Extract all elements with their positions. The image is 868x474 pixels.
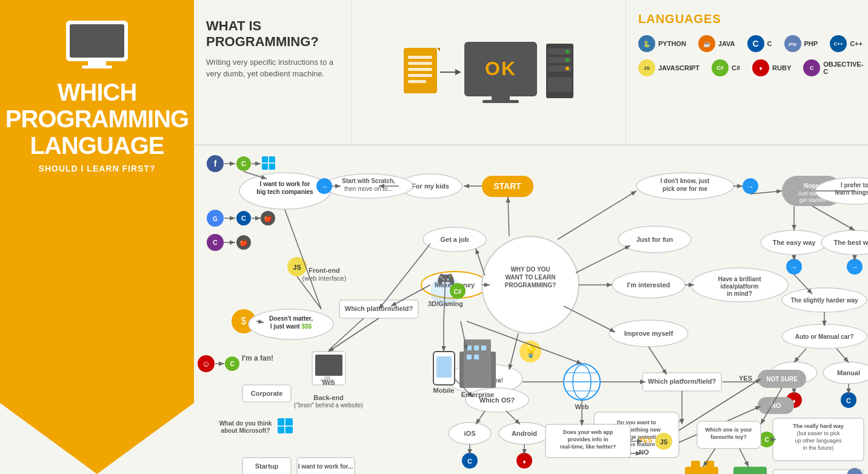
svg-text:→: → — [851, 263, 858, 272]
banner-subtitle: SHOULD I LEARN FIRST? — [39, 164, 156, 173]
svg-text:Which one is your: Which one is your — [705, 427, 752, 433]
svg-text:💡: 💡 — [523, 344, 538, 358]
lang-ruby: ♦ RUBY — [752, 59, 791, 76]
flowchart-area: f C I want to work for big tech companie… — [194, 145, 868, 474]
lang-python: 🐍 PYTHON — [638, 35, 686, 52]
svg-text:Have a brilliant: Have a brilliant — [718, 276, 761, 282]
svg-text:Start with Scratch,: Start with Scratch, — [342, 178, 395, 184]
svg-text:in the future): in the future) — [803, 445, 834, 451]
svg-text:🍎: 🍎 — [239, 238, 248, 247]
ruby-icon: ♦ — [752, 59, 769, 76]
svg-text:favourite toy?: favourite toy? — [710, 434, 747, 440]
svg-text:G: G — [213, 216, 218, 222]
lang-cpp: C++ C++ — [830, 35, 863, 52]
svg-text:→: → — [747, 182, 754, 191]
svg-text:provides info in: provides info in — [567, 436, 608, 442]
svg-text:iOS: iOS — [464, 430, 476, 437]
svg-text:Enterprise: Enterprise — [461, 391, 494, 398]
svg-text:I don't know, just: I don't know, just — [661, 178, 710, 184]
svg-text:The easy way: The easy way — [773, 239, 816, 246]
lang-js: JS JAVASCRIPT — [638, 59, 699, 76]
svg-text:JS: JS — [660, 439, 668, 446]
monitor-icon — [61, 18, 133, 73]
svg-text:Auto or Manual car?: Auto or Manual car? — [795, 333, 854, 340]
svg-text:Get a job: Get a job — [440, 236, 469, 243]
svg-text:in mind?: in mind? — [727, 290, 752, 297]
svg-text:pick one for me: pick one for me — [663, 185, 707, 192]
svg-text:→: → — [321, 182, 328, 191]
svg-text:♦: ♦ — [522, 458, 526, 465]
svg-text:C: C — [241, 215, 246, 222]
svg-text:NO: NO — [771, 402, 781, 409]
svg-text:Improve myself: Improve myself — [624, 330, 673, 337]
svg-text:→: → — [790, 263, 798, 272]
svg-rect-7 — [408, 68, 432, 71]
svg-rect-20 — [548, 77, 572, 92]
lang-row-1: 🐍 PYTHON ☕ JAVA C C php PHP — [638, 35, 856, 52]
center-visual: OK — [352, 0, 626, 144]
cpp-icon: C++ — [830, 35, 847, 52]
svg-rect-272 — [467, 355, 472, 359]
ok-monitor: OK — [464, 42, 537, 103]
flowchart-svg: f C I want to work for big tech companie… — [194, 145, 868, 474]
svg-text:3D/Gaming: 3D/Gaming — [428, 300, 463, 307]
svg-rect-5 — [408, 56, 432, 59]
svg-rect-271 — [481, 345, 486, 350]
svg-text:Front-end: Front-end — [309, 267, 339, 274]
main-container: WHICH PROGRAMMING LANGUAGE SHOULD I LEAR… — [0, 0, 868, 474]
svg-text:("brain" behind a website): ("brain" behind a website) — [294, 402, 363, 409]
svg-text:🍎: 🍎 — [264, 214, 272, 222]
svg-text:Mobile: Mobile — [433, 387, 455, 394]
right-content: WHAT IS PROGRAMMING? Writing very specif… — [194, 0, 868, 474]
svg-marker-12 — [455, 69, 461, 75]
languages-panel: LANGUAGES 🐍 PYTHON ☕ JAVA C C — [626, 0, 868, 144]
svg-rect-6 — [408, 62, 432, 65]
svg-text:For my kids: For my kids — [412, 182, 449, 190]
banner-title: WHICH PROGRAMMING LANGUAGE — [5, 79, 189, 159]
svg-rect-269 — [467, 345, 472, 350]
lang-php: php PHP — [784, 35, 818, 52]
svg-point-17 — [566, 50, 569, 53]
svg-text:I'm a fan!: I'm a fan! — [242, 354, 273, 362]
svg-text:The best way: The best way — [833, 239, 868, 246]
svg-text:Just for fun: Just for fun — [636, 236, 673, 243]
svg-text:C#: C# — [454, 289, 462, 295]
what-is-title: WHAT IS PROGRAMMING? — [206, 18, 339, 50]
svg-marker-10 — [437, 48, 440, 52]
left-banner: WHICH PROGRAMMING LANGUAGE SHOULD I LEAR… — [0, 0, 194, 474]
svg-text:NO: NO — [639, 449, 649, 456]
svg-text:The really hard way: The really hard way — [793, 423, 844, 429]
svg-rect-1 — [70, 24, 124, 58]
svg-rect-231 — [691, 461, 700, 468]
languages-title: LANGUAGES — [638, 12, 856, 26]
svg-rect-250 — [436, 356, 452, 378]
arrow-doc-monitor — [440, 66, 464, 78]
server-icon — [543, 44, 576, 101]
svg-rect-93 — [315, 355, 342, 376]
c-icon: C — [747, 35, 764, 52]
top-section: WHAT IS PROGRAMMING? Writing very specif… — [194, 0, 868, 145]
svg-text:Doesn't matter,: Doesn't matter, — [269, 315, 313, 322]
svg-text:I'm interested: I'm interested — [627, 281, 670, 289]
svg-rect-8 — [408, 74, 432, 77]
svg-text:I just want $$$: I just want $$$ — [270, 323, 312, 330]
svg-text:YES: YES — [639, 436, 652, 444]
python-icon: 🐍 — [638, 35, 655, 52]
lang-objc: C OBJECTIVE-C — [803, 59, 863, 76]
lang-row-2: JS JAVASCRIPT C# C# ♦ RUBY C OBJECTIVE-C — [638, 59, 856, 76]
svg-text:learn things...: learn things... — [835, 189, 868, 196]
svg-text:C: C — [213, 239, 218, 246]
java-icon: ☕ — [698, 35, 715, 52]
svg-text:☺: ☺ — [202, 359, 210, 369]
svg-text:Web: Web — [322, 379, 335, 386]
svg-text:about Microsoft?: about Microsoft? — [221, 427, 270, 434]
svg-rect-3 — [82, 65, 112, 68]
svg-text:f: f — [214, 159, 217, 169]
svg-point-19 — [566, 67, 569, 70]
svg-text:START: START — [493, 181, 521, 191]
what-is-desc: Writing very specific instructions to a … — [206, 56, 339, 80]
svg-rect-2 — [88, 61, 106, 65]
lang-java: ☕ JAVA — [698, 35, 735, 52]
svg-text:Startup: Startup — [255, 462, 279, 470]
csharp-icon: C# — [712, 59, 729, 76]
